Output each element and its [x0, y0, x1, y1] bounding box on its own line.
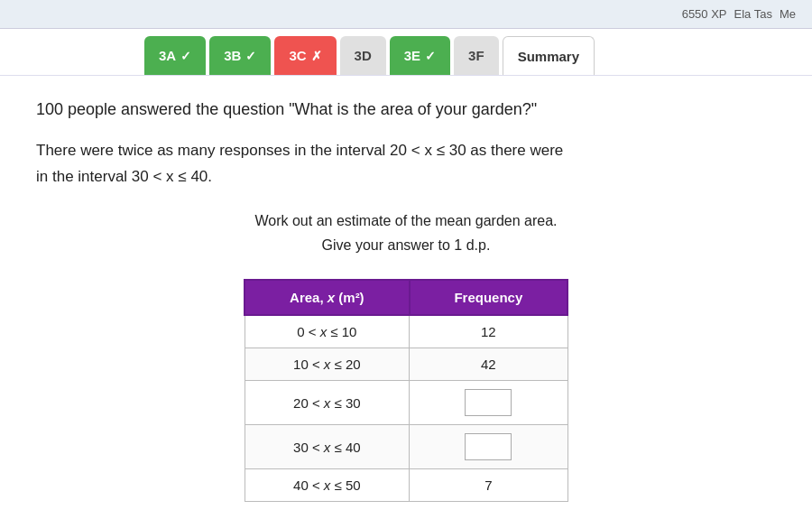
question-line1: 100 people answered the question "What i…	[36, 97, 776, 122]
tab-3A[interactable]: 3A ✓	[144, 36, 206, 75]
table-row: 40 < x ≤ 50 7	[245, 469, 567, 502]
row4-freq-input[interactable]	[465, 433, 512, 460]
row2-freq: 42	[410, 348, 567, 381]
tab-3D[interactable]: 3D	[340, 36, 386, 75]
tab-3F-label: 3F	[468, 48, 484, 63]
row4-range: 30 < x ≤ 40	[245, 425, 410, 469]
row5-range: 40 < x ≤ 50	[245, 469, 410, 502]
tab-summary[interactable]: Summary	[503, 36, 595, 75]
row5-freq: 7	[410, 469, 567, 502]
user1-label: Ela Tas	[734, 7, 772, 21]
table-row: 10 < x ≤ 20 42	[245, 348, 567, 381]
main-content: 100 people answered the question "What i…	[0, 76, 812, 519]
tab-3A-check-icon: ✓	[180, 49, 191, 63]
table-row: 30 < x ≤ 40	[245, 425, 567, 469]
row3-range: 20 < x ≤ 30	[245, 381, 410, 425]
row4-freq-cell[interactable]	[410, 425, 567, 469]
interval-line3: in the interval 30 < x ≤ 40.	[36, 168, 212, 185]
tab-3C-label: 3C	[289, 48, 306, 63]
tab-3B-check-icon: ✓	[245, 49, 256, 63]
interval-text: There were twice as many responses in th…	[36, 138, 776, 190]
table-row: 0 < x ≤ 10 12	[245, 315, 567, 348]
col-header-area: Area, x (m²)	[245, 280, 410, 315]
tab-3E[interactable]: 3E ✓	[390, 36, 450, 75]
tab-3B-label: 3B	[224, 48, 241, 63]
row2-range: 10 < x ≤ 20	[245, 348, 410, 381]
col-header-frequency: Frequency	[410, 280, 567, 315]
row3-freq-input[interactable]	[465, 389, 512, 416]
user2-label: Me	[780, 7, 796, 21]
tab-3B[interactable]: 3B ✓	[209, 36, 271, 75]
interval-line2: There were twice as many responses in th…	[36, 142, 563, 159]
tab-3A-label: 3A	[159, 48, 176, 63]
tab-3C[interactable]: 3C ✗	[274, 36, 336, 75]
row1-range: 0 < x ≤ 10	[245, 315, 410, 348]
table-row: 20 < x ≤ 30	[245, 381, 567, 425]
tab-3E-check-icon: ✓	[425, 49, 436, 63]
tab-3C-cross-icon: ✗	[311, 49, 322, 63]
tab-3F[interactable]: 3F	[454, 36, 499, 75]
xp-label: 6550 XP	[682, 7, 727, 21]
work-out-text: Work out an estimate of the mean garden …	[36, 209, 776, 257]
frequency-table: Area, x (m²) Frequency 0 < x ≤ 10 12 10 …	[244, 279, 568, 502]
top-bar: 6550 XP Ela Tas Me	[0, 0, 812, 29]
tab-3D-label: 3D	[355, 48, 372, 63]
tab-3E-label: 3E	[404, 48, 420, 63]
table-container: Area, x (m²) Frequency 0 < x ≤ 10 12 10 …	[36, 279, 776, 502]
row3-freq-cell[interactable]	[410, 381, 567, 425]
instruction1: Work out an estimate of the mean garden …	[254, 213, 557, 228]
instruction2: Give your answer to 1 d.p.	[322, 237, 491, 253]
tab-summary-label: Summary	[518, 49, 579, 64]
tab-navigation: 3A ✓ 3B ✓ 3C ✗ 3D 3E ✓ 3F Summary	[0, 29, 812, 76]
row1-freq: 12	[410, 315, 567, 348]
